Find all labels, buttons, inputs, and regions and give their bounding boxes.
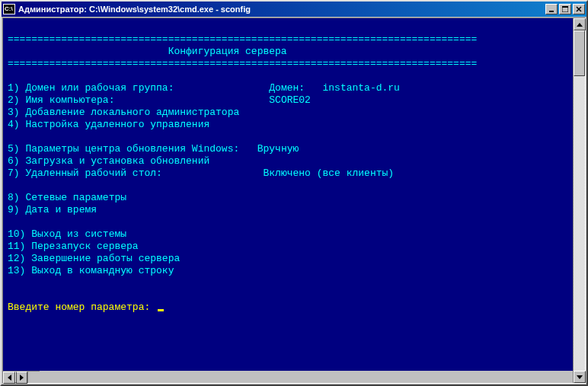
menu-item-2: 2) Имя компьютера: SCORE02 (8, 94, 311, 106)
vscroll-track[interactable] (574, 30, 585, 371)
scroll-down-button[interactable] (574, 371, 586, 383)
arrow-right-icon (20, 375, 24, 381)
menu-item-5: 5) Параметры центра обновления Windows: … (8, 143, 299, 155)
svg-rect-0 (549, 11, 554, 12)
menu-item-12: 12) Завершение работы сервера (8, 253, 180, 264)
window-title: Администратор: C:\Windows\system32\cmd.e… (18, 5, 545, 14)
divider-top: ========================================… (8, 33, 477, 45)
hscroll-thumb[interactable] (15, 372, 17, 383)
cmd-window: C:\ Администратор: C:\Windows\system32\c… (0, 0, 588, 386)
horizontal-scrollbar[interactable] (3, 371, 27, 383)
cursor-icon (158, 309, 164, 311)
titlebar[interactable]: C:\ Администратор: C:\Windows\system32\c… (2, 2, 586, 17)
minimize-button[interactable] (545, 4, 558, 14)
scroll-left-button[interactable] (3, 372, 15, 384)
menu-item-6: 6) Загрузка и установка обновлений (8, 155, 209, 167)
blank-line (8, 180, 14, 191)
scrollbar-corner (27, 371, 40, 383)
menu-item-9: 9) Дата и время (8, 204, 97, 215)
blank-line (8, 216, 14, 228)
input-prompt[interactable]: Введите номер параметра: (8, 301, 164, 313)
menu-item-11: 11) Перезапуск сервера (8, 241, 139, 252)
svg-rect-2 (562, 6, 568, 8)
close-icon (576, 6, 582, 12)
scroll-up-button[interactable] (574, 18, 586, 30)
arrow-up-icon (577, 23, 583, 27)
client-area: ========================================… (2, 18, 586, 384)
maximize-button[interactable] (559, 4, 571, 14)
blank-line (8, 289, 14, 301)
menu-item-7: 7) Удаленный рабочий стол: Включено (все… (8, 167, 394, 179)
blank-line (8, 131, 14, 142)
close-button[interactable] (573, 4, 585, 14)
divider-bottom: ========================================… (8, 58, 477, 69)
arrow-left-icon (8, 375, 11, 381)
menu-item-10: 10) Выход из системы (8, 228, 126, 240)
menu-item-3: 3) Добавление локального администратора (8, 107, 239, 118)
vscroll-thumb[interactable] (574, 30, 585, 76)
menu-item-4: 4) Настройка удаленного управления (8, 119, 209, 130)
cmd-icon: C:\ (3, 4, 15, 14)
minimize-icon (548, 6, 554, 12)
console-output[interactable]: ========================================… (3, 18, 573, 371)
menu-item-13: 13) Выход в командную строку (8, 265, 174, 276)
menu-item-1: 1) Домен или рабочая группа: Домен: inst… (8, 82, 400, 94)
window-controls (545, 4, 585, 14)
blank-line (8, 277, 14, 289)
page-title: Конфигурация сервера (8, 46, 287, 57)
arrow-down-icon (577, 375, 583, 379)
maximize-icon (562, 6, 568, 12)
blank-line (8, 70, 14, 81)
vertical-scrollbar[interactable] (573, 18, 585, 383)
blank-line (8, 21, 14, 33)
menu-item-8: 8) Сетевые параметры (8, 192, 126, 203)
scroll-right-button[interactable] (15, 372, 27, 384)
